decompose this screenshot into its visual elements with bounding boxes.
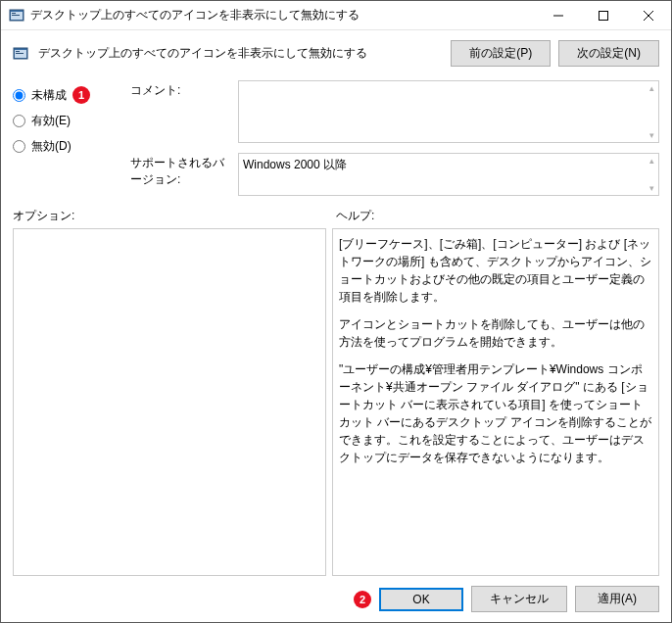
window-controls <box>536 1 671 29</box>
svg-rect-11 <box>16 53 24 54</box>
help-paragraph: [ブリーフケース]、[ごみ箱]、[コンピューター] および [ネットワークの場所… <box>339 235 652 306</box>
next-setting-button[interactable]: 次の設定(N) <box>558 40 659 67</box>
close-icon <box>644 11 653 21</box>
close-button[interactable] <box>626 1 671 29</box>
config-section: 未構成 1 有効(E) 無効(D) コメント: ▴▾ サポートされるバージ <box>1 80 671 196</box>
previous-setting-button[interactable]: 前の設定(P) <box>451 40 551 67</box>
fields: コメント: ▴▾ サポートされるバージョン: Windows 2000 以降 ▴… <box>130 80 659 196</box>
supported-textarea: Windows 2000 以降 ▴▾ <box>238 153 659 196</box>
minimize-button[interactable] <box>536 1 581 29</box>
policy-title: デスクトップ上のすべてのアイコンを非表示にして無効にする <box>38 45 441 62</box>
radio-disabled[interactable]: 無効(D) <box>13 133 120 159</box>
help-pane[interactable]: [ブリーフケース]、[ごみ箱]、[コンピューター] および [ネットワークの場所… <box>332 228 659 576</box>
options-pane <box>13 228 326 576</box>
maximize-button[interactable] <box>581 1 626 29</box>
panes: [ブリーフケース]、[ごみ箱]、[コンピューター] および [ネットワークの場所… <box>1 228 671 576</box>
radio-label: 未構成 <box>31 87 67 104</box>
comment-label: コメント: <box>130 80 228 143</box>
titlebar: デスクトップ上のすべてのアイコンを非表示にして無効にする <box>1 1 671 30</box>
radio-not-configured[interactable]: 未構成 1 <box>13 82 120 108</box>
scroll-hint: ▴▾ <box>647 156 656 193</box>
radio-enabled-input[interactable] <box>13 115 25 127</box>
maximize-icon <box>599 11 608 21</box>
svg-rect-2 <box>12 13 16 14</box>
apply-button[interactable]: 適用(A) <box>575 586 659 612</box>
radio-enabled[interactable]: 有効(E) <box>13 108 120 133</box>
footer: 2 OK キャンセル 適用(A) <box>1 576 671 622</box>
help-paragraph: アイコンとショートカットを削除しても、ユーザーは他の方法を使ってプログラムを開始… <box>339 315 652 351</box>
ok-button[interactable]: OK <box>379 588 463 611</box>
help-label: ヘルプ: <box>336 208 374 224</box>
header: デスクトップ上のすべてのアイコンを非表示にして無効にする 前の設定(P) 次の設… <box>1 30 671 80</box>
state-radios: 未構成 1 有効(E) 無効(D) <box>13 80 120 196</box>
options-label: オプション: <box>13 208 326 224</box>
nav-buttons: 前の設定(P) 次の設定(N) <box>451 40 659 67</box>
minimize-icon <box>553 11 563 21</box>
policy-editor-window: デスクトップ上のすべてのアイコンを非表示にして無効にする デスクトップ上のすべて… <box>0 0 672 623</box>
scroll-hint: ▴▾ <box>647 83 656 140</box>
svg-rect-10 <box>16 51 20 52</box>
comment-textarea[interactable]: ▴▾ <box>238 80 659 143</box>
pane-labels: オプション: ヘルプ: <box>1 196 671 228</box>
supported-value: Windows 2000 以降 <box>243 158 347 171</box>
comment-row: コメント: ▴▾ <box>130 80 659 143</box>
policy-icon <box>9 8 24 24</box>
help-paragraph: "ユーザーの構成¥管理者用テンプレート¥Windows コンポーネント¥共通オー… <box>339 360 652 466</box>
annotation-badge-2: 2 <box>354 591 371 608</box>
svg-rect-3 <box>12 15 20 16</box>
policy-icon <box>13 46 28 62</box>
window-title: デスクトップ上のすべてのアイコンを非表示にして無効にする <box>30 7 536 24</box>
radio-not-configured-input[interactable] <box>13 89 25 102</box>
cancel-button[interactable]: キャンセル <box>471 586 567 612</box>
annotation-badge-1: 1 <box>72 86 90 104</box>
radio-disabled-input[interactable] <box>13 140 25 153</box>
svg-rect-5 <box>600 11 608 20</box>
supported-row: サポートされるバージョン: Windows 2000 以降 ▴▾ <box>130 153 659 196</box>
radio-label: 有効(E) <box>31 113 71 129</box>
radio-label: 無効(D) <box>31 138 72 155</box>
supported-label: サポートされるバージョン: <box>130 153 228 196</box>
